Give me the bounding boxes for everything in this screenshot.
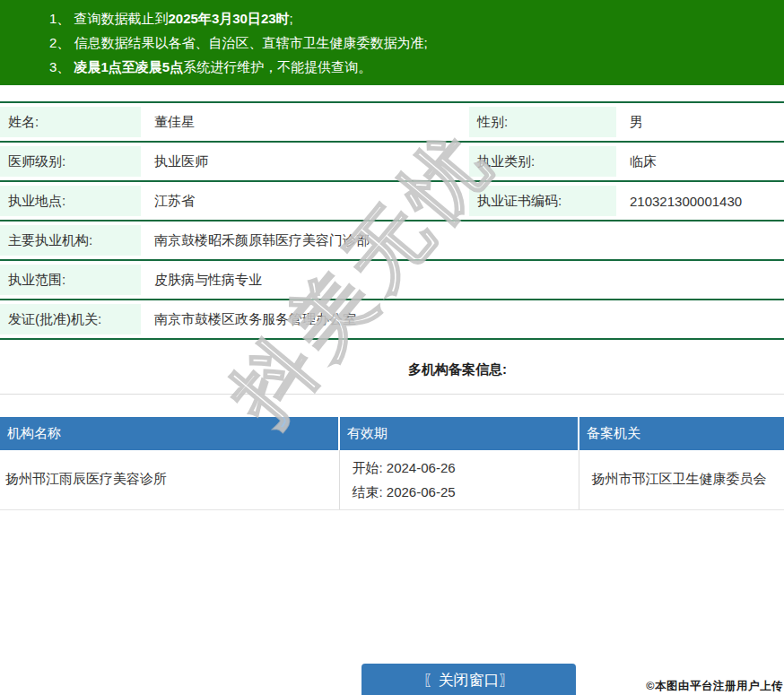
filing-header-row: 机构名称 有效期 备案机关	[0, 417, 784, 450]
notice-text: 3、	[49, 59, 74, 74]
filing-col-org: 机构名称	[0, 417, 339, 450]
gender-label: 性别:	[469, 114, 508, 131]
notice-text-bold: 凌晨1点至凌晨5点	[74, 59, 184, 74]
main-org-value: 南京鼓楼昭禾颜原韩医疗美容门诊部	[141, 221, 784, 260]
notice-text-bold: 2025年3月30日23时	[169, 11, 290, 26]
multi-org-filing-section: 多机构备案信息:	[0, 352, 784, 395]
practice-location-label: 执业地点:	[0, 193, 65, 210]
practice-scope-label: 执业范围:	[0, 272, 65, 289]
filing-row: 扬州邗江雨辰医疗美容诊所 开始: 2024-06-26 结束: 2026-06-…	[0, 450, 784, 509]
table-row: 执业范围: 皮肤病与性病专业	[0, 260, 784, 300]
filing-col-authority: 备案机关	[579, 417, 784, 450]
notice-item: 3、 凌晨1点至凌晨5点系统进行维护，不能提供查询。	[0, 55, 784, 79]
gender-value: 男	[616, 102, 784, 142]
practice-scope-value: 皮肤病与性病专业	[141, 260, 784, 300]
doctor-level-value: 执业医师	[141, 142, 469, 181]
name-label-cell: 姓名:	[0, 102, 141, 142]
filing-table: 机构名称 有效期 备案机关 扬州邗江雨辰医疗美容诊所 开始: 2024-06-2…	[0, 417, 784, 510]
main-org-label: 主要执业机构:	[0, 232, 92, 249]
certificate-no-label: 执业证书编码:	[469, 193, 562, 210]
multi-org-filing-heading: 多机构备案信息:	[408, 361, 507, 378]
notice-item: 2、 信息数据结果以各省、自治区、直辖市卫生健康委数据为准;	[0, 30, 784, 55]
practice-category-label-cell: 执业类别:	[469, 142, 616, 181]
notice-item: 1、 查询数据截止到2025年3月30日23时;	[0, 6, 784, 30]
practice-location-value: 江苏省	[141, 181, 469, 221]
table-row: 主要执业机构: 南京鼓楼昭禾颜原韩医疗美容门诊部	[0, 221, 784, 260]
main-org-label-cell: 主要执业机构:	[0, 221, 141, 260]
license-query-result-page: 1、 查询数据截止到2025年3月30日23时; 2、 信息数据结果以各省、自治…	[0, 0, 784, 695]
table-row: 发证(批准)机关: 南京市鼓楼区政务服务管理办公室	[0, 300, 784, 339]
name-label: 姓名:	[0, 114, 39, 131]
notice-text: 2、 信息数据结果以各省、自治区、直辖市卫生健康委数据为准;	[49, 35, 428, 50]
practice-category-label: 执业类别:	[469, 153, 535, 170]
doctor-level-label-cell: 医师级别:	[0, 142, 141, 181]
table-row: 执业地点: 江苏省 执业证书编码: 210321300001430	[0, 181, 784, 221]
practice-scope-label-cell: 执业范围:	[0, 260, 141, 300]
notice-text: 1、 查询数据截止到	[49, 11, 169, 26]
doctor-level-label: 医师级别:	[0, 153, 65, 170]
practice-category-value: 临床	[616, 142, 784, 181]
table-row: 姓名: 董佳星 性别: 男	[0, 102, 784, 142]
upload-credit: ©本图由平台注册用户上传	[646, 679, 783, 694]
gender-label-cell: 性别:	[469, 102, 616, 142]
practice-location-label-cell: 执业地点:	[0, 181, 141, 221]
notice-text: ;	[290, 11, 293, 26]
certificate-no-value: 210321300001430	[616, 181, 784, 221]
filing-org-value: 扬州邗江雨辰医疗美容诊所	[0, 450, 339, 509]
name-value: 董佳星	[141, 102, 469, 142]
validity-end: 结束: 2026-06-25	[353, 480, 579, 504]
validity-start: 开始: 2024-06-26	[353, 456, 579, 480]
filing-authority-value: 扬州市邗江区卫生健康委员会	[579, 450, 784, 509]
table-row: 医师级别: 执业医师 执业类别: 临床	[0, 142, 784, 181]
practitioner-info-table: 姓名: 董佳星 性别: 男 医师级别: 执业医师 执业类别: 临床 执业地点: …	[0, 101, 784, 340]
issuing-authority-label-cell: 发证(批准)机关:	[0, 300, 141, 339]
issuing-authority-value: 南京市鼓楼区政务服务管理办公室	[141, 300, 784, 339]
notice-text: 系统进行维护，不能提供查询。	[183, 59, 371, 74]
close-window-button[interactable]: 〖关闭窗口〗	[362, 664, 576, 695]
filing-validity-value: 开始: 2024-06-26 结束: 2026-06-25	[339, 450, 579, 509]
certificate-no-label-cell: 执业证书编码:	[469, 181, 616, 221]
filing-col-validity: 有效期	[339, 417, 579, 450]
notice-banner: 1、 查询数据截止到2025年3月30日23时; 2、 信息数据结果以各省、自治…	[0, 0, 784, 85]
issuing-authority-label: 发证(批准)机关:	[0, 311, 101, 328]
